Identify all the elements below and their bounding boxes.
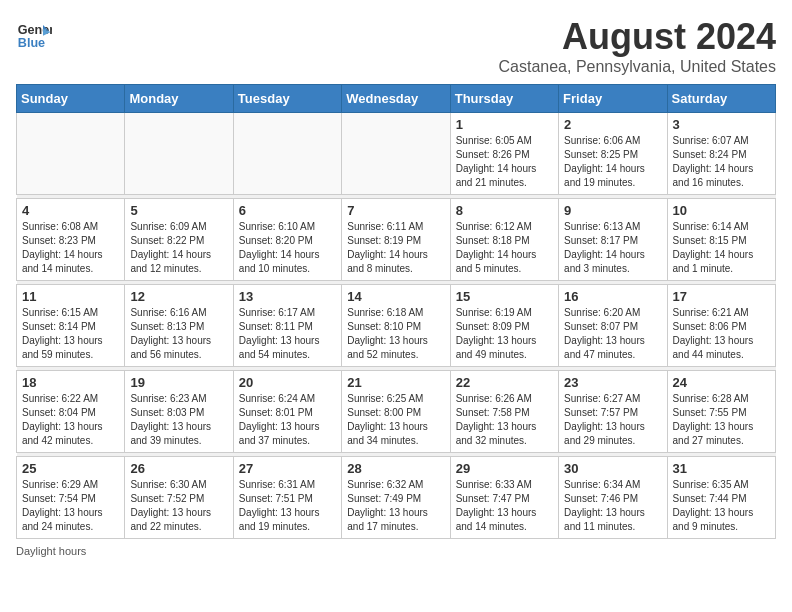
weekday-header: Saturday: [667, 85, 775, 113]
page-subtitle: Castanea, Pennsylvania, United States: [499, 58, 777, 76]
weekday-header: Sunday: [17, 85, 125, 113]
calendar-cell: 19Sunrise: 6:23 AM Sunset: 8:03 PM Dayli…: [125, 371, 233, 453]
calendar-week-row: 25Sunrise: 6:29 AM Sunset: 7:54 PM Dayli…: [17, 457, 776, 539]
day-number: 5: [130, 203, 227, 218]
calendar-table: SundayMondayTuesdayWednesdayThursdayFrid…: [16, 84, 776, 539]
day-info: Sunrise: 6:32 AM Sunset: 7:49 PM Dayligh…: [347, 478, 444, 534]
day-number: 4: [22, 203, 119, 218]
day-info: Sunrise: 6:12 AM Sunset: 8:18 PM Dayligh…: [456, 220, 553, 276]
day-info: Sunrise: 6:20 AM Sunset: 8:07 PM Dayligh…: [564, 306, 661, 362]
day-number: 29: [456, 461, 553, 476]
calendar-cell: 3Sunrise: 6:07 AM Sunset: 8:24 PM Daylig…: [667, 113, 775, 195]
day-number: 19: [130, 375, 227, 390]
calendar-cell: 12Sunrise: 6:16 AM Sunset: 8:13 PM Dayli…: [125, 285, 233, 367]
calendar-cell: 30Sunrise: 6:34 AM Sunset: 7:46 PM Dayli…: [559, 457, 667, 539]
page-header: General Blue General Blue August 2024 Ca…: [16, 16, 776, 76]
day-number: 14: [347, 289, 444, 304]
day-number: 7: [347, 203, 444, 218]
day-number: 20: [239, 375, 336, 390]
calendar-cell: [342, 113, 450, 195]
calendar-cell: 25Sunrise: 6:29 AM Sunset: 7:54 PM Dayli…: [17, 457, 125, 539]
day-info: Sunrise: 6:16 AM Sunset: 8:13 PM Dayligh…: [130, 306, 227, 362]
day-number: 15: [456, 289, 553, 304]
footer-label: Daylight hours: [16, 545, 776, 557]
calendar-cell: 9Sunrise: 6:13 AM Sunset: 8:17 PM Daylig…: [559, 199, 667, 281]
day-info: Sunrise: 6:18 AM Sunset: 8:10 PM Dayligh…: [347, 306, 444, 362]
day-number: 24: [673, 375, 770, 390]
day-info: Sunrise: 6:21 AM Sunset: 8:06 PM Dayligh…: [673, 306, 770, 362]
day-number: 9: [564, 203, 661, 218]
day-number: 25: [22, 461, 119, 476]
calendar-cell: 21Sunrise: 6:25 AM Sunset: 8:00 PM Dayli…: [342, 371, 450, 453]
calendar-header-row: SundayMondayTuesdayWednesdayThursdayFrid…: [17, 85, 776, 113]
day-number: 16: [564, 289, 661, 304]
day-number: 6: [239, 203, 336, 218]
day-info: Sunrise: 6:19 AM Sunset: 8:09 PM Dayligh…: [456, 306, 553, 362]
day-info: Sunrise: 6:05 AM Sunset: 8:26 PM Dayligh…: [456, 134, 553, 190]
day-info: Sunrise: 6:29 AM Sunset: 7:54 PM Dayligh…: [22, 478, 119, 534]
calendar-cell: 6Sunrise: 6:10 AM Sunset: 8:20 PM Daylig…: [233, 199, 341, 281]
calendar-cell: 8Sunrise: 6:12 AM Sunset: 8:18 PM Daylig…: [450, 199, 558, 281]
calendar-cell: 23Sunrise: 6:27 AM Sunset: 7:57 PM Dayli…: [559, 371, 667, 453]
calendar-cell: 17Sunrise: 6:21 AM Sunset: 8:06 PM Dayli…: [667, 285, 775, 367]
day-info: Sunrise: 6:35 AM Sunset: 7:44 PM Dayligh…: [673, 478, 770, 534]
calendar-cell: 15Sunrise: 6:19 AM Sunset: 8:09 PM Dayli…: [450, 285, 558, 367]
day-info: Sunrise: 6:27 AM Sunset: 7:57 PM Dayligh…: [564, 392, 661, 448]
day-info: Sunrise: 6:30 AM Sunset: 7:52 PM Dayligh…: [130, 478, 227, 534]
day-number: 18: [22, 375, 119, 390]
day-info: Sunrise: 6:14 AM Sunset: 8:15 PM Dayligh…: [673, 220, 770, 276]
day-info: Sunrise: 6:34 AM Sunset: 7:46 PM Dayligh…: [564, 478, 661, 534]
title-block: August 2024 Castanea, Pennsylvania, Unit…: [499, 16, 777, 76]
day-info: Sunrise: 6:33 AM Sunset: 7:47 PM Dayligh…: [456, 478, 553, 534]
calendar-cell: [233, 113, 341, 195]
day-number: 2: [564, 117, 661, 132]
calendar-cell: 16Sunrise: 6:20 AM Sunset: 8:07 PM Dayli…: [559, 285, 667, 367]
day-info: Sunrise: 6:09 AM Sunset: 8:22 PM Dayligh…: [130, 220, 227, 276]
day-info: Sunrise: 6:07 AM Sunset: 8:24 PM Dayligh…: [673, 134, 770, 190]
day-info: Sunrise: 6:26 AM Sunset: 7:58 PM Dayligh…: [456, 392, 553, 448]
day-info: Sunrise: 6:10 AM Sunset: 8:20 PM Dayligh…: [239, 220, 336, 276]
day-number: 12: [130, 289, 227, 304]
day-number: 3: [673, 117, 770, 132]
day-info: Sunrise: 6:13 AM Sunset: 8:17 PM Dayligh…: [564, 220, 661, 276]
day-number: 1: [456, 117, 553, 132]
calendar-cell: 5Sunrise: 6:09 AM Sunset: 8:22 PM Daylig…: [125, 199, 233, 281]
calendar-week-row: 4Sunrise: 6:08 AM Sunset: 8:23 PM Daylig…: [17, 199, 776, 281]
day-number: 13: [239, 289, 336, 304]
weekday-header: Wednesday: [342, 85, 450, 113]
day-number: 8: [456, 203, 553, 218]
day-info: Sunrise: 6:15 AM Sunset: 8:14 PM Dayligh…: [22, 306, 119, 362]
calendar-cell: 4Sunrise: 6:08 AM Sunset: 8:23 PM Daylig…: [17, 199, 125, 281]
weekday-header: Monday: [125, 85, 233, 113]
calendar-week-row: 1Sunrise: 6:05 AM Sunset: 8:26 PM Daylig…: [17, 113, 776, 195]
weekday-header: Thursday: [450, 85, 558, 113]
calendar-cell: 11Sunrise: 6:15 AM Sunset: 8:14 PM Dayli…: [17, 285, 125, 367]
day-info: Sunrise: 6:22 AM Sunset: 8:04 PM Dayligh…: [22, 392, 119, 448]
day-info: Sunrise: 6:08 AM Sunset: 8:23 PM Dayligh…: [22, 220, 119, 276]
calendar-cell: 31Sunrise: 6:35 AM Sunset: 7:44 PM Dayli…: [667, 457, 775, 539]
day-number: 30: [564, 461, 661, 476]
calendar-cell: 29Sunrise: 6:33 AM Sunset: 7:47 PM Dayli…: [450, 457, 558, 539]
logo-icon: General Blue: [16, 16, 52, 52]
day-info: Sunrise: 6:24 AM Sunset: 8:01 PM Dayligh…: [239, 392, 336, 448]
calendar-cell: 27Sunrise: 6:31 AM Sunset: 7:51 PM Dayli…: [233, 457, 341, 539]
calendar-cell: 14Sunrise: 6:18 AM Sunset: 8:10 PM Dayli…: [342, 285, 450, 367]
calendar-cell: [17, 113, 125, 195]
svg-text:Blue: Blue: [18, 36, 45, 50]
calendar-cell: 2Sunrise: 6:06 AM Sunset: 8:25 PM Daylig…: [559, 113, 667, 195]
day-number: 11: [22, 289, 119, 304]
day-number: 31: [673, 461, 770, 476]
day-number: 10: [673, 203, 770, 218]
day-number: 23: [564, 375, 661, 390]
calendar-cell: 1Sunrise: 6:05 AM Sunset: 8:26 PM Daylig…: [450, 113, 558, 195]
calendar-cell: 13Sunrise: 6:17 AM Sunset: 8:11 PM Dayli…: [233, 285, 341, 367]
calendar-cell: 24Sunrise: 6:28 AM Sunset: 7:55 PM Dayli…: [667, 371, 775, 453]
calendar-cell: 20Sunrise: 6:24 AM Sunset: 8:01 PM Dayli…: [233, 371, 341, 453]
calendar-cell: 7Sunrise: 6:11 AM Sunset: 8:19 PM Daylig…: [342, 199, 450, 281]
day-info: Sunrise: 6:31 AM Sunset: 7:51 PM Dayligh…: [239, 478, 336, 534]
day-info: Sunrise: 6:06 AM Sunset: 8:25 PM Dayligh…: [564, 134, 661, 190]
day-info: Sunrise: 6:17 AM Sunset: 8:11 PM Dayligh…: [239, 306, 336, 362]
calendar-cell: [125, 113, 233, 195]
day-number: 27: [239, 461, 336, 476]
day-info: Sunrise: 6:28 AM Sunset: 7:55 PM Dayligh…: [673, 392, 770, 448]
